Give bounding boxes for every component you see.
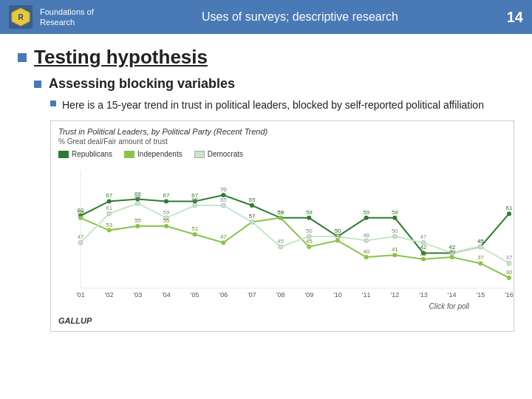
svg-text:59: 59 — [163, 209, 170, 216]
svg-text:'04: '04 — [162, 291, 171, 299]
svg-point-24 — [164, 199, 168, 203]
svg-point-41 — [193, 232, 197, 236]
detail-bullet — [50, 100, 56, 106]
svg-text:65: 65 — [249, 197, 256, 203]
svg-text:'03: '03 — [133, 291, 142, 299]
svg-point-52 — [507, 276, 511, 280]
sub-heading-text: Assessing blocking variables — [49, 76, 235, 92]
svg-point-60 — [279, 245, 283, 249]
svg-text:59: 59 — [78, 209, 84, 216]
svg-text:55: 55 — [163, 217, 170, 224]
svg-text:'07: '07 — [248, 291, 256, 299]
chart-svg-wrapper: '01'02'03'04'05'06'07'08'09'10'11'12'13'… — [58, 163, 506, 313]
svg-text:'14: '14 — [448, 291, 457, 299]
svg-text:55: 55 — [134, 217, 141, 224]
svg-text:'15: '15 — [476, 291, 485, 299]
svg-point-58 — [221, 203, 225, 208]
svg-text:'08: '08 — [276, 291, 285, 299]
svg-text:66: 66 — [134, 194, 141, 201]
svg-point-44 — [279, 216, 283, 220]
svg-point-53 — [78, 240, 83, 245]
main-bullet — [18, 53, 27, 62]
svg-point-32 — [392, 216, 397, 220]
svg-text:50: 50 — [306, 228, 313, 234]
svg-point-22 — [107, 199, 112, 203]
svg-point-55 — [135, 201, 140, 205]
svg-point-67 — [478, 245, 482, 249]
svg-text:37: 37 — [477, 254, 484, 261]
svg-text:53: 53 — [106, 222, 112, 228]
svg-text:45: 45 — [306, 238, 313, 245]
svg-text:'05: '05 — [191, 291, 200, 299]
svg-text:'12: '12 — [390, 291, 399, 299]
svg-text:'02: '02 — [105, 291, 114, 299]
svg-text:59: 59 — [306, 209, 313, 216]
institution-name: Foundations of Research — [40, 7, 99, 28]
svg-text:59: 59 — [363, 209, 369, 216]
slide-content: Testing hypothesis Assessing blocking va… — [0, 34, 532, 339]
svg-point-49 — [421, 257, 426, 262]
svg-text:45: 45 — [477, 238, 484, 245]
click-for-poll[interactable]: Click for poll — [429, 302, 469, 310]
legend-label-independents: Independents — [137, 150, 183, 158]
svg-point-42 — [221, 240, 225, 245]
svg-text:'06: '06 — [219, 291, 228, 299]
svg-text:65: 65 — [191, 197, 198, 203]
svg-text:50: 50 — [335, 228, 341, 234]
svg-text:57: 57 — [249, 213, 256, 219]
svg-text:R: R — [18, 13, 24, 21]
svg-text:67: 67 — [106, 192, 112, 199]
legend-independents: Independents — [124, 150, 183, 158]
svg-text:'01: '01 — [76, 291, 85, 299]
svg-text:47: 47 — [420, 233, 427, 240]
svg-text:70: 70 — [220, 186, 227, 193]
svg-text:59: 59 — [392, 209, 398, 216]
svg-point-63 — [364, 239, 369, 243]
svg-point-36 — [507, 211, 511, 216]
svg-point-54 — [107, 211, 112, 216]
detail-text: Here is a 15-year trend in trust in poli… — [62, 98, 484, 113]
svg-point-57 — [193, 203, 197, 208]
svg-text:61: 61 — [106, 205, 112, 211]
slide-title: Uses of surveys; descriptive research — [99, 10, 501, 24]
svg-text:51: 51 — [191, 225, 198, 232]
svg-text:42: 42 — [449, 244, 455, 250]
svg-point-48 — [392, 253, 397, 257]
svg-text:40: 40 — [363, 248, 369, 255]
svg-text:59: 59 — [277, 209, 284, 216]
legend-label-republicans: Republicans — [72, 150, 112, 158]
legend-democrats: Democrats — [194, 150, 243, 158]
svg-point-47 — [364, 255, 369, 259]
svg-text:50: 50 — [392, 228, 398, 234]
chart-subtitle: % Great deal/Fair amount of trust — [58, 137, 506, 146]
svg-point-38 — [107, 228, 112, 233]
institution-logo: R — [9, 5, 33, 29]
svg-text:'13: '13 — [419, 291, 428, 299]
legend-color-independents — [124, 151, 134, 158]
svg-text:30: 30 — [506, 269, 513, 276]
svg-point-27 — [250, 203, 254, 208]
legend-label-democrats: Democrats — [208, 150, 243, 158]
chart-container: Trust in Political Leaders, by Political… — [50, 120, 514, 332]
svg-text:61: 61 — [506, 205, 513, 211]
svg-point-46 — [335, 239, 340, 243]
svg-point-40 — [164, 224, 168, 228]
svg-point-68 — [507, 261, 511, 265]
svg-point-39 — [135, 224, 140, 228]
gallup-logo: GALLUP — [58, 316, 506, 325]
sub-bullet — [34, 81, 41, 88]
svg-text:65: 65 — [220, 197, 227, 203]
main-heading-row: Testing hypothesis — [18, 46, 514, 69]
svg-point-37 — [78, 216, 83, 220]
svg-point-59 — [250, 219, 254, 224]
svg-text:67: 67 — [163, 192, 170, 199]
svg-text:39: 39 — [420, 250, 427, 257]
legend-color-republicans — [58, 151, 69, 158]
sub-heading-row: Assessing blocking variables — [34, 76, 514, 92]
svg-point-45 — [307, 245, 311, 249]
svg-text:'11: '11 — [362, 291, 371, 299]
chart-legend: Republicans Independents Democrats — [58, 150, 506, 158]
svg-point-29 — [307, 216, 311, 220]
svg-text:48: 48 — [363, 232, 369, 239]
svg-text:45: 45 — [277, 238, 284, 245]
